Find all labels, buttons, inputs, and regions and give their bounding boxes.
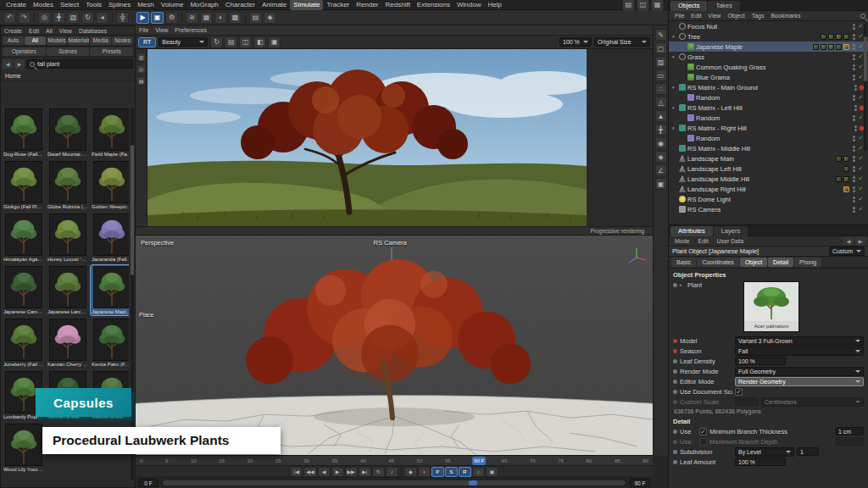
object-row[interactable]: Landscape Right Hill✓ — [669, 184, 868, 194]
visibility-dots[interactable] — [853, 197, 855, 202]
op-menu-bookmarks[interactable]: Bookmarks — [767, 13, 804, 19]
prev-frame-button[interactable]: ◀ — [318, 467, 331, 477]
search-icon[interactable] — [860, 14, 865, 19]
rotate-icon[interactable]: ↻ — [81, 12, 94, 24]
plant-item[interactable]: Japanese Camellia (Fall Plant) — [3, 265, 45, 315]
visibility-dots[interactable] — [853, 115, 855, 121]
history-forward-icon[interactable]: ▶ — [855, 236, 865, 246]
model-mode-icon[interactable]: ▢ — [655, 42, 667, 54]
enabled-check[interactable]: ✓ — [857, 206, 865, 213]
volume-icon[interactable]: ▩ — [229, 12, 242, 24]
checkbox[interactable] — [699, 438, 707, 446]
material-tag[interactable] — [813, 44, 819, 50]
anim-dot[interactable] — [673, 349, 677, 353]
object-row[interactable]: Focus Null✓ — [669, 21, 868, 31]
layout-quad-icon[interactable]: ▦ — [651, 0, 664, 11]
menu-character[interactable]: Character — [222, 0, 259, 10]
object-row[interactable]: ▾RS Matrix - Left Hill — [669, 103, 868, 113]
plant-item[interactable]: Globe Robinia (Fall Plant) — [47, 160, 89, 210]
visibility-dots[interactable] — [853, 24, 855, 30]
menu-mesh[interactable]: Mesh — [134, 0, 158, 10]
preview-marker[interactable] — [469, 480, 477, 485]
material-tag[interactable] — [821, 34, 826, 40]
snapshot-icon[interactable]: ◫ — [239, 36, 252, 48]
enabled-check[interactable]: ✓ — [857, 165, 865, 172]
menu-tracker[interactable]: Tracker — [323, 0, 353, 10]
visibility-dots[interactable] — [854, 105, 857, 111]
plant-item[interactable]: Ginkgo (Fall Plant) — [3, 160, 45, 210]
pv-histogram-icon[interactable]: ▥ — [136, 53, 146, 62]
zoom-dropdown[interactable]: 100 % — [559, 37, 592, 47]
anim-dot[interactable] — [673, 450, 677, 454]
record-rotation-toggle[interactable]: R — [459, 467, 471, 477]
material-tag[interactable] — [843, 156, 849, 162]
forward-icon[interactable]: ▶ — [14, 59, 25, 69]
expand-arrow-icon[interactable]: ▾ — [672, 125, 677, 130]
material-tag[interactable] — [843, 166, 849, 172]
lock-icon[interactable]: ▣ — [655, 178, 667, 190]
dropdown[interactable]: Full Geometry — [735, 367, 864, 376]
number-field[interactable] — [835, 437, 864, 446]
size-dropdown[interactable]: Original Size — [594, 37, 650, 47]
range-start-field[interactable]: 0 F — [138, 479, 159, 487]
polygons-mode-icon[interactable]: ▲ — [655, 110, 667, 122]
plant-item[interactable]: Kanzan Cherry (Fall Plant) — [47, 318, 89, 368]
make-editable-icon[interactable]: ✎ — [655, 29, 667, 41]
anim-dot[interactable] — [673, 339, 677, 343]
visibility-dots[interactable] — [853, 95, 855, 101]
render-pass-dropdown[interactable]: Beauty — [159, 37, 208, 47]
filter-tab-media[interactable]: Media — [90, 36, 111, 45]
expand-arrow-icon[interactable]: ▾ — [672, 105, 677, 110]
op-menu-file[interactable]: File — [671, 13, 687, 19]
plant-item[interactable]: Field Maple (Fall Plant) — [91, 108, 129, 158]
material-tag[interactable] — [828, 44, 834, 50]
undo-icon[interactable]: ↶ — [3, 12, 16, 24]
render-refresh-icon[interactable]: ↻ — [210, 36, 223, 48]
visibility-dots[interactable] — [853, 136, 855, 141]
ab-menu-create[interactable]: Create — [1, 28, 25, 34]
object-row[interactable]: Random✓ — [669, 113, 868, 123]
move-icon[interactable]: ╋ — [53, 12, 65, 24]
dropdown[interactable]: By Level — [735, 447, 794, 457]
tab-objects[interactable]: Objects — [670, 1, 707, 11]
rt-toggle-button[interactable]: RT — [138, 37, 156, 47]
scrollbar[interactable] — [131, 108, 134, 480]
op-menu-view[interactable]: View — [704, 13, 724, 19]
viewport[interactable]: Perspective RS Camera Place — [136, 236, 653, 456]
object-row[interactable]: Common Quaking Grass✓ — [669, 62, 868, 72]
menu-render[interactable]: Render — [353, 0, 381, 10]
next-key-button[interactable]: ▶▶ — [345, 467, 358, 477]
dropdown[interactable]: Fall — [735, 347, 864, 356]
visibility-dots[interactable] — [853, 75, 855, 80]
loop-button[interactable]: ↻ — [372, 467, 385, 477]
menu-help[interactable]: Help — [484, 0, 504, 10]
material-tag[interactable] — [843, 176, 849, 182]
rv-menu-file[interactable]: File — [136, 27, 152, 33]
plant-item[interactable]: Japanese Maple (Fall Plant) — [91, 265, 129, 315]
number-field[interactable]: 100 % — [735, 458, 786, 466]
at-menu-user-data[interactable]: User Data — [714, 238, 748, 244]
op-menu-edit[interactable]: Edit — [687, 13, 704, 19]
autokey-button[interactable]: ● — [418, 467, 431, 477]
workplane-mode-icon[interactable]: ▭ — [655, 69, 667, 81]
rv-menu-view[interactable]: View — [152, 27, 171, 33]
scale-icon[interactable]: ▧ — [67, 12, 80, 24]
viewport-view-label[interactable]: Perspective — [141, 239, 174, 247]
anim-dot[interactable] — [673, 430, 677, 434]
filter-tab-models[interactable]: Models — [47, 36, 68, 45]
plant-item[interactable]: Jacaranda (Fall Plant) — [91, 213, 129, 263]
plant-preview[interactable]: Acer palmatum — [743, 281, 799, 332]
object-row[interactable]: RS Dome Light✓ — [669, 194, 868, 204]
plant-item[interactable]: Japanese Larch (Fall Plant) — [47, 265, 89, 315]
menu-splines[interactable]: Splines — [105, 0, 134, 10]
anim-dot[interactable] — [673, 460, 677, 464]
visibility-dots[interactable] — [853, 176, 855, 182]
ab-menu-view[interactable]: View — [56, 28, 75, 34]
material-tag[interactable] — [836, 156, 842, 162]
layout-single-icon[interactable]: ▤ — [622, 0, 635, 11]
timeline-scrollbar[interactable] — [161, 480, 627, 486]
scrollbar[interactable] — [864, 24, 867, 151]
attr-tab-object[interactable]: Object — [740, 258, 767, 267]
compare-icon[interactable]: ◧ — [253, 36, 266, 48]
expand-arrow-icon[interactable]: ▾ — [672, 34, 677, 39]
